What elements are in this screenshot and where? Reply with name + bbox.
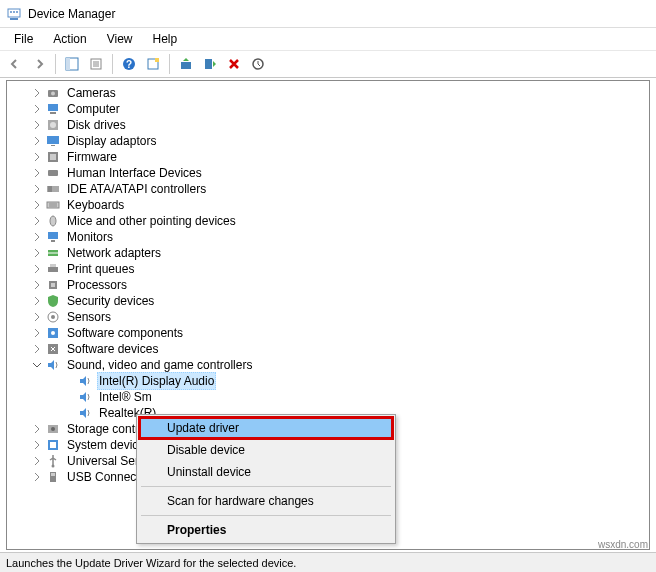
- expand-icon[interactable]: [31, 231, 43, 243]
- menu-file[interactable]: File: [6, 30, 41, 48]
- computer-icon: [45, 101, 61, 117]
- collapse-icon[interactable]: [31, 359, 43, 371]
- titlebar: Device Manager: [0, 0, 656, 28]
- expand-icon[interactable]: [31, 439, 43, 451]
- tree-item[interactable]: Disk drives: [7, 117, 649, 133]
- context-separator: [141, 515, 391, 516]
- tree-item[interactable]: Sensors: [7, 309, 649, 325]
- context-disable-device[interactable]: Disable device: [139, 439, 393, 461]
- display-icon: [45, 133, 61, 149]
- svg-point-45: [51, 315, 55, 319]
- context-properties[interactable]: Properties: [139, 519, 393, 541]
- tree-item[interactable]: Keyboards: [7, 197, 649, 213]
- tree-item-label: Firmware: [65, 149, 119, 165]
- expand-icon[interactable]: [31, 183, 43, 195]
- toolbar-separator: [55, 54, 56, 74]
- expand-icon[interactable]: [31, 87, 43, 99]
- expand-icon[interactable]: [31, 135, 43, 147]
- svg-point-19: [51, 92, 55, 96]
- svg-rect-40: [48, 267, 58, 272]
- uninstall-button[interactable]: [223, 53, 245, 75]
- expand-icon[interactable]: [31, 471, 43, 483]
- tree-item-label: Intel® Sm: [97, 389, 154, 405]
- mouse-icon: [45, 213, 61, 229]
- svg-text:?: ?: [126, 59, 132, 70]
- expand-icon[interactable]: [31, 455, 43, 467]
- expand-icon[interactable]: [31, 295, 43, 307]
- tree-item-label: Sound, video and game controllers: [65, 357, 254, 373]
- expand-icon[interactable]: [31, 103, 43, 115]
- tree-item-label: System device: [65, 437, 147, 453]
- scan-hardware-button[interactable]: [247, 53, 269, 75]
- tree-item-label: Software components: [65, 325, 185, 341]
- tree-item[interactable]: Software components: [7, 325, 649, 341]
- tree-item-label: IDE ATA/ATAPI controllers: [65, 181, 208, 197]
- monitor-icon: [45, 229, 61, 245]
- tree-item[interactable]: Security devices: [7, 293, 649, 309]
- tree-item-label: Storage contr: [65, 421, 141, 437]
- tree-item[interactable]: Sound, video and game controllers: [7, 357, 649, 373]
- disk-icon: [45, 117, 61, 133]
- show-hide-tree-button[interactable]: [61, 53, 83, 75]
- tree-item[interactable]: Firmware: [7, 149, 649, 165]
- menu-action[interactable]: Action: [45, 30, 94, 48]
- expand-icon[interactable]: [31, 119, 43, 131]
- svg-point-3: [13, 11, 15, 13]
- expand-icon[interactable]: [31, 311, 43, 323]
- tree-item[interactable]: Monitors: [7, 229, 649, 245]
- enable-button[interactable]: [199, 53, 221, 75]
- context-scan-hardware[interactable]: Scan for hardware changes: [139, 490, 393, 512]
- expand-icon[interactable]: [31, 247, 43, 259]
- back-button[interactable]: [4, 53, 26, 75]
- svg-rect-1: [10, 18, 18, 20]
- help-button[interactable]: ?: [118, 53, 140, 75]
- tree-item[interactable]: Network adapters: [7, 245, 649, 261]
- tree-item[interactable]: Intel(R) Display Audio: [7, 373, 649, 389]
- menubar: File Action View Help: [0, 28, 656, 50]
- tree-item[interactable]: IDE ATA/ATAPI controllers: [7, 181, 649, 197]
- svg-rect-20: [48, 104, 58, 111]
- menu-view[interactable]: View: [99, 30, 141, 48]
- tree-item[interactable]: Print queues: [7, 261, 649, 277]
- storage-icon: [45, 421, 61, 437]
- update-driver-button[interactable]: [175, 53, 197, 75]
- svg-rect-25: [51, 145, 55, 146]
- svg-point-47: [51, 331, 55, 335]
- action-button[interactable]: [142, 53, 164, 75]
- tree-item-label: Intel(R) Display Audio: [97, 372, 216, 390]
- tree-item-label: Security devices: [65, 293, 156, 309]
- svg-rect-15: [181, 62, 191, 69]
- security-icon: [45, 293, 61, 309]
- tree-item[interactable]: Human Interface Devices: [7, 165, 649, 181]
- properties-button[interactable]: [85, 53, 107, 75]
- expand-icon[interactable]: [31, 151, 43, 163]
- expand-icon[interactable]: [31, 279, 43, 291]
- tree-item[interactable]: Processors: [7, 277, 649, 293]
- firmware-icon: [45, 149, 61, 165]
- tree-item[interactable]: Display adaptors: [7, 133, 649, 149]
- tree-item[interactable]: Computer: [7, 101, 649, 117]
- menu-help[interactable]: Help: [145, 30, 186, 48]
- keyboard-icon: [45, 197, 61, 213]
- expand-icon[interactable]: [31, 327, 43, 339]
- processor-icon: [45, 277, 61, 293]
- tree-item-label: Computer: [65, 101, 122, 117]
- tree-item[interactable]: Cameras: [7, 85, 649, 101]
- expand-icon[interactable]: [31, 423, 43, 435]
- forward-button[interactable]: [28, 53, 50, 75]
- expand-icon[interactable]: [31, 199, 43, 211]
- softcomp-icon: [45, 325, 61, 341]
- expand-icon[interactable]: [31, 263, 43, 275]
- tree-item[interactable]: Software devices: [7, 341, 649, 357]
- expand-icon[interactable]: [31, 167, 43, 179]
- tree-item[interactable]: Intel® Sm: [7, 389, 649, 405]
- context-uninstall-device[interactable]: Uninstall device: [139, 461, 393, 483]
- expand-icon[interactable]: [31, 343, 43, 355]
- tree-item[interactable]: Mice and other pointing devices: [7, 213, 649, 229]
- ide-icon: [45, 181, 61, 197]
- svg-rect-21: [50, 112, 56, 114]
- context-update-driver[interactable]: Update driver: [139, 417, 393, 439]
- expand-icon[interactable]: [31, 215, 43, 227]
- status-text: Launches the Update Driver Wizard for th…: [6, 557, 296, 569]
- network-icon: [45, 245, 61, 261]
